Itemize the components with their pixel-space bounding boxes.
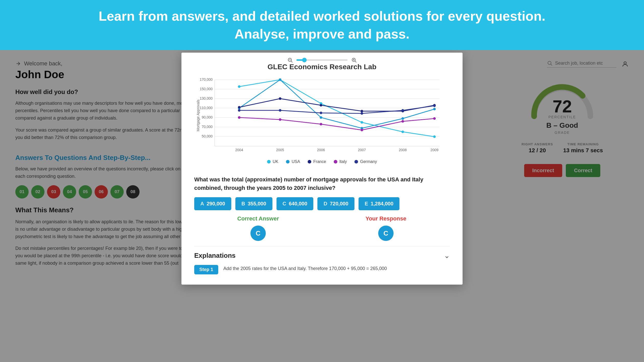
banner-text: Learn from answers, and detailed worked … [10, 7, 634, 43]
chevron-down-icon: ⌄ [444, 251, 450, 260]
modal-zoom-bar [181, 53, 463, 63]
svg-point-61 [279, 109, 281, 112]
svg-text:2006: 2006 [317, 148, 325, 152]
svg-text:50,000: 50,000 [202, 134, 213, 138]
answer-btn-b[interactable]: B 355,000 [235, 197, 272, 210]
svg-point-58 [401, 120, 404, 123]
svg-point-43 [279, 78, 281, 81]
legend-germany: Germany [354, 159, 377, 164]
svg-text:2004: 2004 [235, 148, 243, 152]
answer-btn-d[interactable]: D 720,000 [317, 197, 354, 210]
svg-point-55 [279, 118, 281, 121]
zoom-handle[interactable] [302, 58, 307, 62]
svg-text:2007: 2007 [358, 148, 366, 152]
svg-point-49 [279, 97, 281, 100]
legend-italy: Italy [334, 159, 347, 164]
answer-options: A 290,000 B 355,000 C 640,000 D 720,000 … [181, 192, 463, 215]
zoom-out-icon[interactable] [287, 57, 293, 63]
svg-point-40 [401, 131, 404, 133]
explanations-title: Explanations [194, 252, 236, 260]
correct-response-row: Correct Answer C Your Response C [181, 215, 463, 246]
svg-text:130,000: 130,000 [200, 96, 213, 100]
your-response-label: Your Response [365, 215, 406, 222]
svg-point-47 [433, 108, 436, 110]
modal-dialog: GLEC Economics Research Lab 170,000 150,… [181, 53, 463, 285]
chart-legend: UK USA France Italy [194, 159, 450, 164]
svg-text:2008: 2008 [399, 148, 407, 152]
svg-point-60 [238, 109, 240, 112]
svg-point-59 [433, 117, 436, 120]
svg-point-39 [361, 121, 363, 124]
explanations-section: Explanations ⌄ Step 1 Add the 2005 rates… [194, 246, 450, 285]
modal-overlay: GLEC Economics Research Lab 170,000 150,… [0, 50, 644, 362]
top-banner: Learn from answers, and detailed worked … [0, 0, 644, 50]
svg-text:70,000: 70,000 [202, 125, 213, 129]
answer-btn-e[interactable]: E 1,284,000 [359, 197, 399, 210]
svg-point-48 [238, 106, 240, 109]
svg-point-56 [320, 123, 322, 125]
svg-point-64 [401, 109, 404, 112]
answer-btn-a[interactable]: A 290,000 [194, 197, 231, 210]
svg-line-7 [291, 61, 292, 63]
legend-uk: UK [267, 159, 278, 164]
response-col: Your Response C [322, 215, 450, 241]
background-page: Welcome back, John Doe How well did you … [0, 50, 644, 362]
svg-point-54 [238, 116, 240, 119]
correct-answer-label: Correct Answer [237, 215, 279, 222]
svg-text:2005: 2005 [276, 148, 284, 152]
svg-point-63 [361, 112, 363, 115]
svg-text:150,000: 150,000 [200, 87, 213, 91]
modal-question: What was the total (approximate) number … [181, 169, 463, 192]
zoom-track[interactable] [296, 59, 348, 61]
svg-point-51 [361, 110, 363, 112]
correct-answer-circle: C [250, 226, 266, 241]
zoom-in-icon[interactable] [351, 57, 357, 63]
your-response-circle: C [378, 226, 394, 241]
svg-point-46 [401, 117, 404, 120]
step-row-1: Step 1 Add the 2005 rates for the USA an… [194, 265, 450, 279]
correct-col: Correct Answer C [194, 215, 322, 241]
svg-point-41 [433, 135, 436, 138]
svg-point-57 [361, 129, 363, 131]
svg-text:170,000: 170,000 [200, 77, 213, 81]
svg-point-50 [320, 104, 322, 107]
svg-point-62 [320, 112, 322, 114]
svg-point-65 [433, 104, 436, 107]
svg-text:Mortgage Approvals: Mortgage Approvals [196, 100, 200, 132]
chart-area: GLEC Economics Research Lab 170,000 150,… [181, 63, 463, 169]
svg-text:2009: 2009 [430, 148, 438, 152]
step-1-badge: Step 1 [194, 265, 218, 274]
answer-btn-c[interactable]: C 640,000 [277, 197, 314, 210]
svg-text:90,000: 90,000 [202, 115, 213, 119]
svg-point-36 [238, 85, 240, 88]
svg-point-44 [320, 116, 322, 119]
legend-usa: USA [286, 159, 300, 164]
line-chart: 170,000 150,000 130,000 110,000 90,000 7… [194, 75, 450, 156]
legend-france: France [308, 159, 326, 164]
svg-line-10 [355, 61, 356, 63]
chart-title: GLEC Economics Research Lab [194, 63, 450, 71]
explanations-header[interactable]: Explanations ⌄ [194, 251, 450, 260]
svg-text:110,000: 110,000 [200, 106, 213, 110]
step-1-text: Add the 2005 rates for the USA and Italy… [223, 265, 387, 272]
